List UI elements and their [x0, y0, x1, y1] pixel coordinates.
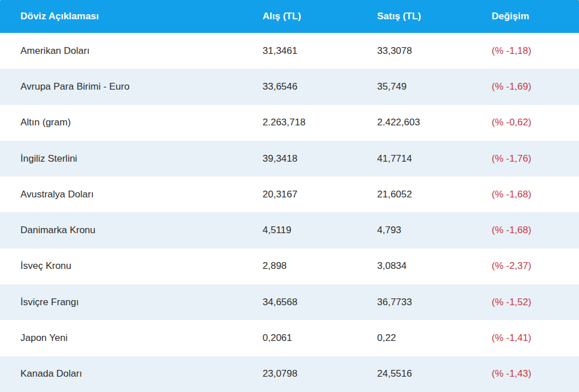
table-body: Amerikan Doları31,346133,3078(% -1,18)Av… [0, 33, 579, 392]
table-row: Altın (gram)2.263,7182.422,603(% -0,62) [0, 105, 579, 141]
change-percent-cell: (% -1,76) [492, 153, 579, 165]
buy-rate-cell: 31,3461 [263, 45, 377, 57]
change-percent-cell: (% -1,68) [492, 189, 579, 200]
buy-rate-cell: 4,5119 [263, 225, 377, 236]
buy-rate-cell: 23,0798 [263, 368, 377, 380]
sell-rate-cell: 2.422,603 [377, 117, 492, 128]
buy-rate-cell: 2.263,718 [263, 117, 377, 128]
change-percent-cell: (% -1,68) [492, 225, 579, 236]
sell-rate-cell: 24,5516 [377, 368, 492, 380]
change-percent-cell: (% -1,43) [492, 368, 579, 380]
sell-rate-cell: 35,749 [377, 81, 492, 92]
table-row: İsviçre Frangı34,656836,7733(% -1,52) [0, 284, 579, 320]
buy-rate-cell: 20,3167 [263, 189, 377, 200]
currency-name-cell: Kanada Doları [0, 368, 263, 380]
currency-name-cell: Danimarka Kronu [0, 225, 263, 236]
sell-rate-cell: 33,3078 [377, 45, 492, 57]
buy-rate-cell: 33,6546 [263, 81, 377, 92]
column-header-change: Değişim [492, 11, 579, 22]
currency-name-cell: İngiliz Sterlini [0, 153, 263, 165]
buy-rate-cell: 34,6568 [263, 297, 377, 308]
change-percent-cell: (% -1,52) [492, 297, 579, 308]
table-row: Avustralya Doları20,316721,6052(% -1,68) [0, 176, 579, 212]
column-header-currency-name: Döviz Açıklaması [0, 11, 263, 22]
currency-name-cell: İsveç Kronu [0, 260, 263, 272]
sell-rate-cell: 3,0834 [377, 260, 492, 272]
buy-rate-cell: 2,898 [263, 260, 377, 272]
buy-rate-cell: 0,2061 [263, 332, 377, 344]
currency-name-cell: Japon Yeni [0, 332, 263, 344]
change-percent-cell: (% -1,69) [492, 81, 579, 92]
column-header-sell: Satış (TL) [377, 11, 492, 22]
table-row: Avrupa Para Birimi - Euro33,654635,749(%… [0, 69, 579, 104]
change-percent-cell: (% -1,18) [492, 45, 579, 57]
table-row: İngiliz Sterlini39,341841,7714(% -1,76) [0, 141, 579, 176]
change-percent-cell: (% -2,37) [492, 260, 579, 272]
currency-name-cell: Altın (gram) [0, 117, 263, 128]
sell-rate-cell: 21,6052 [377, 189, 492, 200]
change-percent-cell: (% -1,41) [492, 332, 579, 344]
currency-rates-table: Döviz Açıklaması Alış (TL) Satış (TL) De… [0, 0, 579, 392]
sell-rate-cell: 36,7733 [377, 297, 492, 308]
table-header-row: Döviz Açıklaması Alış (TL) Satış (TL) De… [0, 0, 579, 33]
change-percent-cell: (% -0,62) [492, 117, 579, 128]
buy-rate-cell: 39,3418 [263, 153, 377, 165]
table-row: Kanada Doları23,079824,5516(% -1,43) [0, 356, 579, 392]
table-row: Danimarka Kronu4,51194,793(% -1,68) [0, 212, 579, 248]
currency-name-cell: Avrupa Para Birimi - Euro [0, 81, 263, 92]
currency-name-cell: Avustralya Doları [0, 189, 263, 200]
table-row: İsveç Kronu2,8983,0834(% -2,37) [0, 248, 579, 284]
column-header-buy: Alış (TL) [263, 11, 377, 22]
sell-rate-cell: 0,22 [377, 332, 492, 344]
table-row: Japon Yeni0,20610,22(% -1,41) [0, 320, 579, 356]
table-row: Amerikan Doları31,346133,3078(% -1,18) [0, 33, 579, 69]
currency-name-cell: Amerikan Doları [0, 45, 263, 57]
sell-rate-cell: 41,7714 [377, 153, 492, 165]
currency-name-cell: İsviçre Frangı [0, 297, 263, 308]
sell-rate-cell: 4,793 [377, 225, 492, 236]
